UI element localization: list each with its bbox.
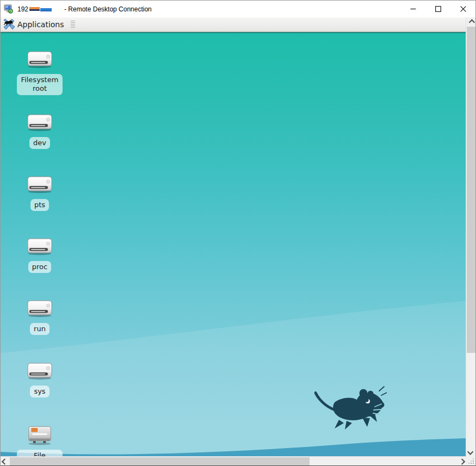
rdp-window: 192 - Remote Desktop Connection [0,0,476,466]
desktop-icon-label: run [30,323,50,335]
desktop-icon-label: proc [28,261,51,273]
title-host: 192 [17,5,28,13]
minimize-button[interactable] [400,1,425,17]
horizontal-scrollbar[interactable] [1,456,466,465]
removable-drive-icon [27,175,53,194]
title-suffix: - Remote Desktop Connection [64,5,152,13]
hard-disk-icon [27,424,53,446]
desktop-icon-run[interactable]: run [14,299,66,335]
horizontal-scrollbar-thumb[interactable] [10,457,310,465]
desktop-icon-proc[interactable]: proc [14,237,66,273]
scroll-up-button[interactable] [466,17,476,27]
maximize-button[interactable] [425,1,450,17]
desktop-icon-label: Filesystem root [17,74,63,95]
removable-drive-icon [27,50,53,69]
rdp-app-icon[interactable] [4,4,13,14]
resize-grip-dots [473,463,474,464]
xfce-panel: Applications [1,17,466,32]
scroll-right-button[interactable] [456,457,466,466]
rdp-client-area: Applications [1,17,475,465]
chevron-left-icon [1,458,7,464]
close-button[interactable] [450,1,475,17]
removable-drive-icon [27,237,53,256]
desktop-icon-file-system[interactable]: File System [14,424,66,456]
desktop-icon-filesystem-root[interactable]: Filesystem root [14,50,66,95]
desktop-icon-label: pts [30,199,49,211]
minimize-icon [410,6,416,12]
caption-buttons [400,1,475,17]
vertical-scrollbar-thumb[interactable] [467,27,475,353]
removable-drive-icon [27,299,53,318]
close-icon [460,6,466,12]
window-title: 192 - Remote Desktop Connection [17,5,152,13]
titlebar[interactable]: 192 - Remote Desktop Connection [1,1,475,17]
applications-menu-label: Applications [17,20,64,29]
chevron-down-icon [467,449,473,455]
applications-menu-button[interactable]: Applications [1,17,67,32]
title-redaction-bar-1 [29,7,40,11]
remote-desktop-viewport: Applications [1,17,466,456]
removable-drive-icon [27,113,53,132]
scroll-down-button[interactable] [466,447,476,456]
desktop-icon-label: sys [30,386,49,397]
desktop-icon-pts[interactable]: pts [14,175,66,211]
xfce-mouse-logo [311,386,387,430]
desktop-icon-label: dev [29,137,50,149]
title-redaction-bar-2 [40,8,52,11]
panel-handle[interactable] [71,21,75,29]
chevron-right-icon [459,458,465,464]
xfce-logo-icon [2,19,15,30]
vertical-scrollbar[interactable] [466,17,475,456]
scroll-left-button[interactable] [1,457,10,466]
desktop-icon-dev[interactable]: dev [14,113,66,149]
removable-drive-icon [27,362,53,380]
desktop-icon-label: File System [17,450,63,456]
maximize-icon [435,6,441,12]
resize-grip[interactable] [466,456,475,465]
desktop[interactable]: Filesystem root dev [1,32,466,456]
wallpaper-waves [1,32,466,456]
chevron-up-icon [469,19,475,25]
desktop-icon-sys[interactable]: sys [14,362,66,397]
